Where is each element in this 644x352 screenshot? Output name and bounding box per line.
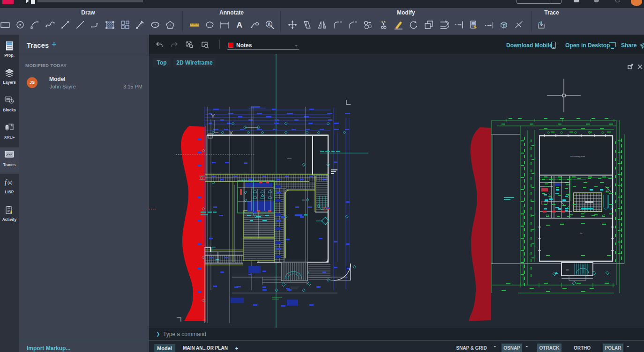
svg-text:(x): (x) — [7, 180, 13, 185]
svg-text:Y: Y — [211, 113, 215, 120]
svg-text:A: A — [267, 22, 270, 27]
svg-text:254: 254 — [580, 233, 583, 235]
svg-text:The assembly Room: The assembly Room — [570, 156, 585, 158]
svg-text:A: A — [237, 21, 242, 29]
svg-text:223: 223 — [302, 199, 305, 201]
svg-text:258: 258 — [566, 269, 569, 271]
